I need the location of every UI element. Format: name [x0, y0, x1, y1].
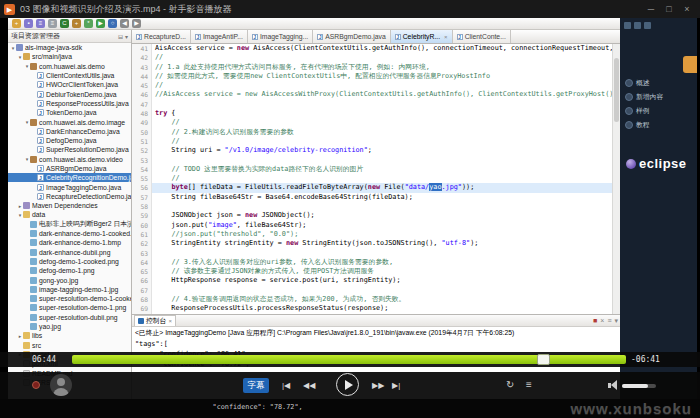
- java-icon: J: [37, 174, 44, 181]
- tree-item[interactable]: yao.jpg: [8, 322, 131, 331]
- debug-icon[interactable]: *: [84, 19, 93, 28]
- newpackage-icon[interactable]: +: [72, 19, 81, 28]
- editor-tab[interactable]: JImageAntiP...: [191, 30, 248, 43]
- editor-scrollbar[interactable]: [612, 44, 620, 314]
- print-icon[interactable]: ≡: [48, 19, 57, 28]
- tab-label: ImageTagging...: [260, 33, 308, 40]
- save-icon[interactable]: ▪: [24, 19, 33, 28]
- editor-tab[interactable]: JASRBgmDemo.java: [313, 30, 390, 43]
- volume-slider[interactable]: [622, 384, 656, 388]
- run-icon[interactable]: ▶: [96, 19, 105, 28]
- tree-item[interactable]: JTokenDemo.java: [8, 108, 131, 117]
- tree-item[interactable]: JASRBgmDemo.java: [8, 164, 131, 173]
- eclipse-logo: eclipse: [626, 156, 687, 171]
- minimize-button[interactable]: ─: [642, 0, 660, 18]
- help-icon[interactable]: [644, 22, 651, 29]
- tree-item[interactable]: JRecaptureDetectionDemo.java: [8, 192, 131, 201]
- menu-icon[interactable]: ▾: [614, 315, 618, 326]
- image-icon: [30, 239, 37, 246]
- line-number: 42: [132, 53, 152, 62]
- prev-button[interactable]: |◀: [282, 381, 290, 390]
- scrollbar-thumb[interactable]: [614, 58, 619, 122]
- home-icon[interactable]: [624, 22, 631, 29]
- collapse-all-icon[interactable]: ⊟: [118, 33, 123, 40]
- tree-item[interactable]: ▾com.huawei.ais.demo.video: [8, 155, 131, 164]
- tree-item[interactable]: JDefogDemo.java: [8, 136, 131, 145]
- seek-handle[interactable]: [537, 354, 550, 365]
- tree-item[interactable]: JDebiurTokenDemo.java: [8, 89, 131, 98]
- tree-item[interactable]: super-resolution-demo-1-cooked.png: [8, 294, 131, 303]
- welcome-item[interactable]: 教程: [620, 118, 697, 132]
- tree-item[interactable]: defog-demo-1.png: [8, 266, 131, 275]
- tree-item[interactable]: ▸libs: [8, 331, 131, 340]
- back-icon[interactable]: [634, 22, 641, 29]
- play-button[interactable]: [336, 373, 359, 396]
- tree-item[interactable]: ▾ais-image-java-sdk: [8, 43, 131, 52]
- view-menu-icon[interactable]: ▾: [125, 33, 128, 40]
- welcome-item-label: 教程: [636, 120, 650, 130]
- tree-item[interactable]: ▾com.huawei.ais.demo: [8, 62, 131, 71]
- search-icon[interactable]: ○: [108, 19, 117, 28]
- welcome-item[interactable]: 新增内容: [620, 90, 697, 104]
- forward-icon[interactable]: ▶: [132, 19, 141, 28]
- avatar-button[interactable]: [50, 374, 72, 396]
- tree-item[interactable]: defog-demo-1-cooked.png: [8, 257, 131, 266]
- tree-item[interactable]: JHWOcrClientToken.java: [8, 80, 131, 89]
- welcome-item[interactable]: 样例: [620, 104, 697, 118]
- volume-icon[interactable]: [608, 380, 618, 391]
- record-icon[interactable]: [32, 381, 40, 389]
- title-bar: ▶ 03 图像和视频识别介绍及演示.mp4 - 射手影音播放器 ─ □ ×: [0, 0, 700, 18]
- workbench-button[interactable]: [683, 56, 697, 73]
- tree-item[interactable]: JClientContextUtils.java: [8, 71, 131, 80]
- tree-item[interactable]: dark-enhance-demo-1.bmp: [8, 238, 131, 247]
- editor-tab[interactable]: JClientConte...: [453, 30, 511, 43]
- editor-tab[interactable]: JCelebrityR...×: [391, 30, 453, 43]
- tree-item[interactable]: super-resolution-dubii.png: [8, 313, 131, 322]
- close-icon[interactable]: ×: [444, 34, 448, 40]
- rotate-icon[interactable]: ↻: [506, 379, 514, 391]
- folder-icon: [23, 342, 30, 349]
- tree-item[interactable]: ▸Maven Dependencies: [8, 201, 131, 210]
- seek-bar[interactable]: [72, 355, 626, 364]
- tree-item[interactable]: JCelebrityRecognitionDemo.java: [8, 173, 131, 182]
- new-icon[interactable]: +: [12, 19, 21, 28]
- subtitle-button[interactable]: 字幕: [243, 378, 269, 393]
- fast-forward-button[interactable]: ▶▶: [372, 381, 384, 390]
- tree-item[interactable]: gong-yoo.jpg: [8, 275, 131, 284]
- tree-item[interactable]: 电影非上映吗判断Bger2 日本演员女金人看Fig动...: [8, 220, 131, 229]
- playlist-icon[interactable]: ≡: [526, 379, 532, 391]
- editor-tab[interactable]: JRecaptureD...: [132, 30, 191, 43]
- tree-item[interactable]: super-resolution-demo-1.png: [8, 303, 131, 312]
- clear-icon[interactable]: ≡: [607, 315, 611, 326]
- line-number: 66: [132, 276, 152, 285]
- tree-item[interactable]: JImageTaggingDemo.java: [8, 182, 131, 191]
- back-icon[interactable]: ◀: [120, 19, 129, 28]
- java-icon: J: [37, 137, 44, 144]
- welcome-item[interactable]: 概述: [620, 76, 697, 90]
- tree-item[interactable]: ▾data: [8, 210, 131, 219]
- tree-item[interactable]: src: [8, 341, 131, 350]
- code-editor[interactable]: 41AisAccess service = new AisAccess(Clie…: [132, 44, 612, 314]
- tree-item[interactable]: dark-enhance-dubii.png: [8, 248, 131, 257]
- next-button[interactable]: ▶|: [392, 381, 400, 390]
- tree-item[interactable]: JDarkEnhanceDemo.java: [8, 127, 131, 136]
- close-button[interactable]: ×: [678, 0, 696, 18]
- newclass-icon[interactable]: C: [60, 19, 69, 28]
- tree-item[interactable]: dark-enhance-demo-1-cooked.bmp: [8, 229, 131, 238]
- close-console-icon[interactable]: ×: [600, 315, 604, 326]
- tree-item[interactable]: ▾src/main/java: [8, 52, 131, 61]
- stop-icon[interactable]: ■: [593, 315, 597, 326]
- tab-label: CelebrityR...: [403, 33, 440, 40]
- maximize-button[interactable]: □: [660, 0, 678, 18]
- saveall-icon[interactable]: ≡: [36, 19, 45, 28]
- tree-item[interactable]: ▾com.huawei.ais.demo.image: [8, 117, 131, 126]
- tree-item[interactable]: image-tagging-demo-1.jpg: [8, 285, 131, 294]
- close-icon[interactable]: ×: [168, 318, 172, 324]
- tree-item[interactable]: JResponseProcessUtils.java: [8, 99, 131, 108]
- tab-console[interactable]: 控制台 ×: [134, 315, 176, 326]
- play-icon: [345, 380, 353, 390]
- rewind-button[interactable]: ◀◀: [303, 381, 315, 390]
- line-number: 41: [132, 44, 152, 53]
- tree-item[interactable]: JSuperResolutionDemo.java: [8, 145, 131, 154]
- editor-tab[interactable]: JImageTagging...: [248, 30, 313, 43]
